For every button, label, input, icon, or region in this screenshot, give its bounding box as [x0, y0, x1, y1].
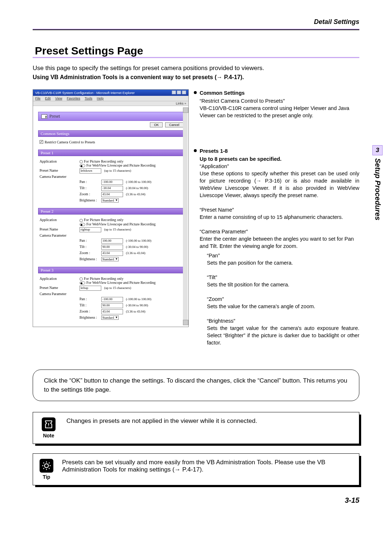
radio-label-3a: For Picture Recording only [84, 277, 123, 281]
pan-label-1: Pan : [79, 180, 101, 184]
preset-name-label-3: Preset Name [40, 286, 79, 290]
header-rule [33, 29, 359, 30]
zoom-input-3[interactable]: 43.04 [101, 309, 123, 314]
page-number: 3-15 [33, 496, 359, 505]
svg-line-8 [49, 468, 50, 469]
radio-label-2b: For WebView Livescope and Picture Record… [86, 222, 156, 226]
camera-param-label-1: Camera Parameter [40, 175, 79, 179]
brightness-h: “Brightness” [207, 317, 359, 325]
preset-name-input-1[interactable]: leftdown [79, 168, 101, 174]
preset-name-body: Enter a name consisting of up to 15 alph… [200, 213, 359, 221]
tip-label: Tip [43, 474, 50, 480]
pan-hint-2: (-100.00 to 100.00) [126, 239, 151, 242]
tilt-hint-3: (-30.04 to 90.00) [126, 303, 148, 307]
presets-h: Presets 1-8 [200, 147, 228, 155]
preset-name-input-3[interactable]: leftup [79, 286, 101, 291]
tilt-input-1[interactable]: -30.04 [101, 186, 123, 191]
ie-links-bar[interactable]: Links » [33, 101, 188, 106]
preset-name-input-2[interactable]: rightup [79, 227, 101, 232]
ok-button[interactable]: OK [150, 122, 163, 127]
window-controls[interactable] [171, 90, 186, 95]
note-box: Note Changes in presets are not applied … [33, 412, 359, 444]
tilt-input-3[interactable]: 90.00 [101, 303, 123, 308]
radio-label-2a: For Picture Recording only [84, 218, 123, 222]
preset-3-form: Application For Picture Recording only F… [38, 273, 183, 323]
subhead-text: Using VB Administration Tools is a conve… [33, 74, 359, 81]
explanation-column: Common Settings “Restrict Camera Control… [200, 89, 359, 353]
tilt-input-2[interactable]: 90.00 [101, 245, 123, 250]
radio-label-3b: For WebView Livescope and Picture Record… [86, 281, 156, 285]
camera-param-h: “Camera Parameter” [200, 228, 359, 235]
ie-body: Preset OK Cancel Common Settings Restric… [33, 106, 188, 327]
pan-input-3[interactable]: -100.00 [101, 297, 123, 302]
tip-box: Tip Presets can be set visually and more… [33, 453, 359, 485]
preset-bar-3: Preset 3 [38, 267, 183, 273]
screenshot-pane: VB-C10/VB-C10R System Configuration - Mi… [33, 89, 189, 353]
camera-icon [41, 114, 47, 119]
svg-line-7 [43, 463, 44, 464]
note-label: Note [43, 433, 54, 438]
radio-both-1[interactable] [79, 164, 85, 167]
application-h: “Application” [200, 163, 359, 170]
zoom-label-3: Zoom : [79, 309, 101, 313]
restrict-checkbox[interactable] [40, 140, 43, 144]
page-title: Preset Settings Page [33, 45, 359, 58]
radio-picture-only-2[interactable] [79, 219, 83, 222]
tilt-hint-1: (-30.04 to 90.00) [126, 186, 148, 190]
radio-both-3[interactable] [79, 281, 85, 285]
svg-line-10 [49, 463, 50, 464]
intro-text: Use this page to specify the settings fo… [33, 65, 359, 72]
tilt-label-3: Tilt : [79, 303, 101, 307]
common-settings-explain: Common Settings “Restrict Camera Control… [200, 89, 359, 119]
pan-input-2[interactable]: 100.00 [101, 238, 123, 244]
ie-titlebar: VB-C10/VB-C10R System Configuration - Mi… [33, 90, 188, 96]
pan-input-1[interactable]: -100.00 [101, 180, 123, 185]
preset-name-label-2: Preset Name [40, 227, 79, 231]
camera-param-label-2: Camera Parameter [40, 233, 79, 237]
presets-explain: Presets 1-8 Up to 8 presets can be speci… [200, 147, 359, 346]
application-label: Application [40, 159, 79, 163]
header-section-title: Detail Settings [33, 18, 359, 26]
preset-name-hint-3: (up to 15 characters) [104, 286, 131, 290]
pan-hint-3: (-100.00 to 100.00) [126, 297, 151, 301]
brightness-body: Sets the target value for the camera's a… [207, 325, 359, 346]
zoom-input-1[interactable]: 43.04 [101, 192, 123, 197]
application-label-2: Application [40, 218, 79, 222]
preset-name-label-1: Preset Name [40, 168, 79, 172]
brightness-label-3: Brightness : [79, 315, 101, 319]
menu-view[interactable]: View [55, 97, 62, 100]
zoom-hint-3: (3.36 to 43.04) [126, 310, 146, 313]
radio-label-1a: For Picture Recording only [84, 159, 123, 163]
scrollbar[interactable] [183, 107, 188, 325]
brightness-select-3[interactable]: Standard [101, 315, 119, 320]
preset-name-h: “Preset Name” [200, 206, 359, 213]
tip-icon [40, 459, 53, 473]
radio-picture-only-3[interactable] [79, 277, 83, 281]
pan-h: “Pan” [207, 252, 359, 259]
cancel-button[interactable]: Cancel [165, 122, 183, 127]
zoom-hint-2: (3.36 to 43.04) [126, 251, 146, 255]
ie-menubar[interactable]: File Edit View Favorites Tools Help [33, 96, 188, 101]
brightness-select-2[interactable]: Standard [101, 257, 119, 261]
application-label-3: Application [40, 277, 79, 281]
menu-favorites[interactable]: Favorites [67, 97, 80, 100]
tilt-label-1: Tilt : [79, 186, 101, 190]
menu-tools[interactable]: Tools [85, 97, 92, 100]
preset-heading-text: Preset [49, 114, 60, 119]
camera-param-label-3: Camera Parameter [40, 292, 79, 296]
radio-both-2[interactable] [79, 223, 85, 226]
chapter-title: Setup Procedures [373, 158, 382, 220]
preset-name-hint-1: (up to 15 characters) [104, 169, 131, 172]
ie-window: VB-C10/VB-C10R System Configuration - Mi… [33, 89, 189, 327]
zoom-body: Sets the value for the camera's angle of… [207, 303, 359, 310]
menu-help[interactable]: Help [97, 97, 104, 100]
zoom-input-2[interactable]: 43.04 [101, 251, 123, 256]
ok-cancel-callout: Click the “OK” button to change the sett… [33, 370, 359, 401]
pan-hint-1: (-100.00 to 100.00) [126, 180, 151, 184]
menu-file[interactable]: File [35, 97, 41, 100]
radio-picture-only-1[interactable] [79, 160, 83, 163]
menu-edit[interactable]: Edit [45, 97, 51, 100]
brightness-select-1[interactable]: Standard [101, 198, 119, 203]
common-settings-h: Common Settings [200, 89, 245, 97]
bullet-icon [194, 149, 197, 152]
